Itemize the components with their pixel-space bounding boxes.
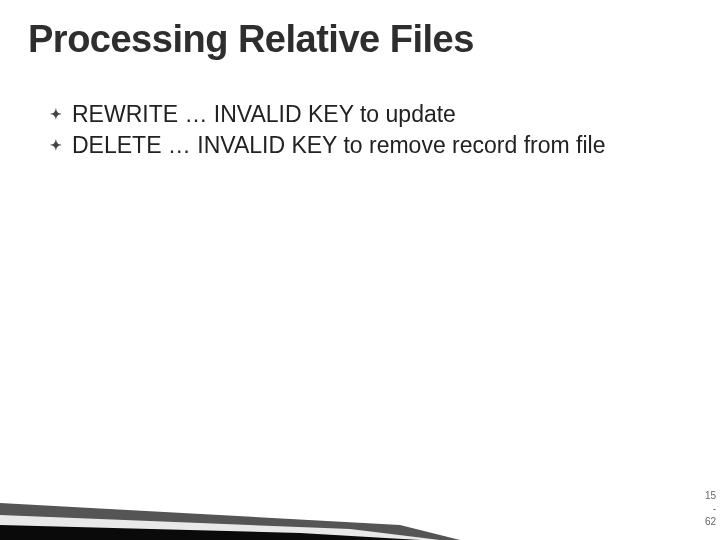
- slide-number: 62: [705, 515, 716, 528]
- list-item: ✦ DELETE … INVALID KEY to remove record …: [50, 131, 620, 160]
- chapter-number: 15: [705, 489, 716, 502]
- page-dash: -: [705, 502, 716, 515]
- bullet-list: ✦ REWRITE … INVALID KEY to update ✦ DELE…: [50, 100, 620, 162]
- decorative-wedge: [0, 445, 460, 540]
- bullet-icon: ✦: [50, 106, 62, 122]
- bullet-text: DELETE … INVALID KEY to remove record fr…: [72, 131, 605, 160]
- list-item: ✦ REWRITE … INVALID KEY to update: [50, 100, 620, 129]
- page-title: Processing Relative Files: [28, 18, 474, 61]
- bullet-icon: ✦: [50, 137, 62, 153]
- svg-marker-0: [0, 503, 460, 540]
- svg-marker-2: [0, 525, 420, 540]
- page-number: 15 - 62: [705, 489, 716, 528]
- svg-marker-1: [0, 515, 440, 540]
- bullet-text: REWRITE … INVALID KEY to update: [72, 100, 456, 129]
